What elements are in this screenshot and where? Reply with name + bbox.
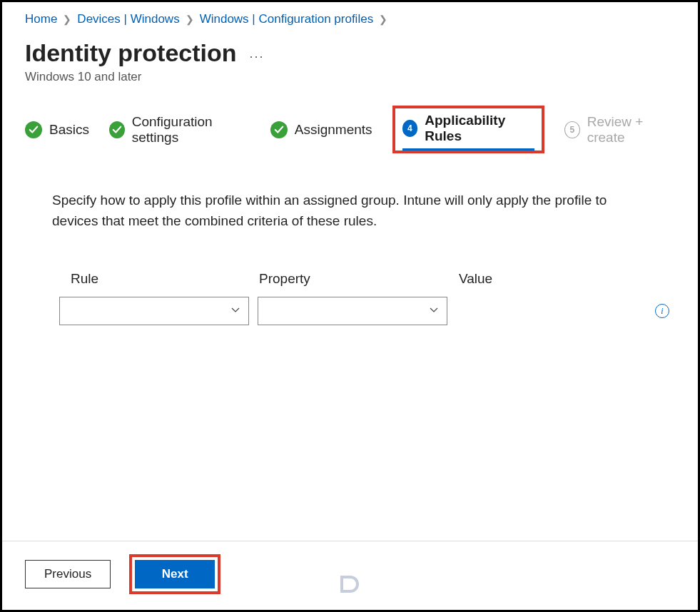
highlight-box: Next xyxy=(129,554,220,594)
wizard-stepper: Basics Configuration settings Assignment… xyxy=(2,106,698,153)
footer-bar: Previous Next xyxy=(2,541,698,610)
step-number-icon: 4 xyxy=(402,120,418,137)
step-applicability-rules[interactable]: 4 Applicability Rules xyxy=(402,113,534,151)
step-basics[interactable]: Basics xyxy=(25,121,89,138)
chevron-right-icon: ❯ xyxy=(63,14,71,25)
property-dropdown[interactable] xyxy=(258,297,447,325)
check-icon xyxy=(109,121,125,138)
chevron-right-icon: ❯ xyxy=(186,14,194,25)
column-header-property: Property xyxy=(259,271,459,287)
chevron-down-icon xyxy=(428,304,440,318)
step-review-create: 5 Review + create xyxy=(564,114,675,146)
breadcrumb-link-profiles[interactable]: Windows | Configuration profiles xyxy=(200,12,373,26)
breadcrumb-link-devices[interactable]: Devices | Windows xyxy=(77,12,179,26)
next-button[interactable]: Next xyxy=(135,560,215,588)
step-label: Basics xyxy=(49,122,89,138)
value-cell: i xyxy=(456,297,675,325)
step-number-icon: 5 xyxy=(564,121,580,138)
check-icon xyxy=(270,121,288,138)
step-label: Review + create xyxy=(587,114,675,146)
page-title: Identity protection xyxy=(25,39,237,67)
column-header-rule: Rule xyxy=(59,271,259,287)
previous-button[interactable]: Previous xyxy=(25,560,111,588)
description-text: Specify how to apply this profile within… xyxy=(2,153,673,231)
more-actions-icon[interactable]: ··· xyxy=(250,42,265,64)
info-icon[interactable]: i xyxy=(655,304,669,318)
page-subtitle: Windows 10 and later xyxy=(2,67,698,106)
step-label: Configuration settings xyxy=(132,114,250,146)
breadcrumb-link-home[interactable]: Home xyxy=(25,12,57,26)
rule-dropdown[interactable] xyxy=(59,297,249,325)
step-configuration-settings[interactable]: Configuration settings xyxy=(109,114,250,146)
check-icon xyxy=(25,121,42,138)
watermark-logo xyxy=(338,573,362,598)
chevron-right-icon: ❯ xyxy=(379,14,387,25)
step-label: Assignments xyxy=(295,122,372,138)
step-label: Applicability Rules xyxy=(425,113,534,144)
breadcrumb: Home ❯ Devices | Windows ❯ Windows | Con… xyxy=(2,2,698,32)
column-header-value: Value xyxy=(459,271,675,287)
highlight-box: 4 Applicability Rules xyxy=(392,106,544,153)
step-assignments[interactable]: Assignments xyxy=(270,121,372,138)
chevron-down-icon xyxy=(230,304,241,318)
rules-section: Rule Property Value i xyxy=(2,231,698,325)
rules-row: i xyxy=(59,297,675,325)
